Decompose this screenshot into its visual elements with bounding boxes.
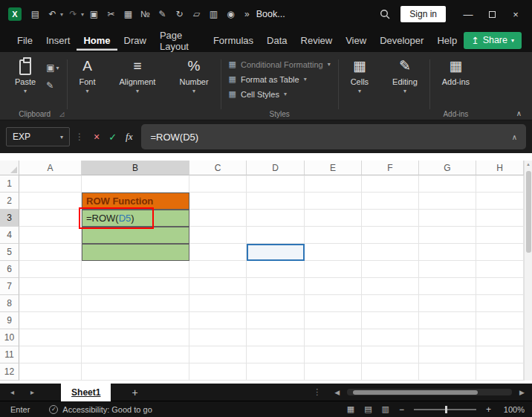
- cell-H12[interactable]: [476, 363, 524, 381]
- undo-icon[interactable]: ↶: [46, 9, 59, 19]
- cancel-icon[interactable]: ×: [94, 131, 100, 143]
- tab-review[interactable]: Review: [294, 30, 340, 51]
- editing-button[interactable]: ✎ Editing ▾: [388, 58, 422, 94]
- cell-G7[interactable]: [419, 278, 476, 295]
- maximize-button[interactable]: [480, 0, 504, 28]
- cell-G3[interactable]: [419, 210, 476, 227]
- row-header-1[interactable]: 1: [0, 175, 19, 193]
- cell-E6[interactable]: [305, 261, 362, 278]
- cell-A5[interactable]: [19, 244, 82, 261]
- cell-G2[interactable]: [419, 193, 476, 210]
- cell-B5[interactable]: [82, 244, 189, 261]
- paste-icon[interactable]: ▦: [122, 9, 134, 19]
- column-header-G[interactable]: G: [419, 161, 476, 175]
- cell-H9[interactable]: [476, 312, 524, 329]
- borders-icon[interactable]: ▥: [207, 9, 220, 19]
- row-header-9[interactable]: 9: [0, 312, 19, 329]
- cell-D7[interactable]: [247, 278, 305, 295]
- tab-insert[interactable]: Insert: [39, 30, 77, 51]
- sheet-tab-sheet1[interactable]: Sheet1: [61, 384, 111, 401]
- cell-F8[interactable]: [362, 295, 419, 312]
- zoom-slider[interactable]: [414, 409, 476, 410]
- cell-E2[interactable]: [305, 193, 362, 210]
- normal-view-icon[interactable]: ▦: [347, 404, 354, 414]
- font-button[interactable]: A Font ▾: [75, 58, 100, 94]
- cell-F10[interactable]: [362, 329, 419, 346]
- zoom-level[interactable]: 100%: [501, 405, 525, 414]
- cell-A11[interactable]: [19, 346, 82, 363]
- cell-A9[interactable]: [19, 312, 82, 329]
- share-button[interactable]: ↥ Share ▾: [464, 32, 522, 49]
- cell-G4[interactable]: [419, 227, 476, 244]
- cell-H1[interactable]: [476, 175, 524, 193]
- collapse-ribbon-icon[interactable]: ∧: [516, 109, 522, 117]
- redo-caret-icon[interactable]: ▾: [81, 11, 84, 18]
- cell-B12[interactable]: [82, 363, 189, 381]
- camera-icon[interactable]: ◉: [224, 9, 237, 19]
- cell-A3[interactable]: [19, 210, 82, 227]
- row-header-8[interactable]: 8: [0, 295, 19, 312]
- cut-icon[interactable]: ✂: [105, 9, 117, 19]
- cell-F7[interactable]: [362, 278, 419, 295]
- cell-B7[interactable]: [82, 278, 189, 295]
- row-header-7[interactable]: 7: [0, 278, 19, 295]
- cell-E9[interactable]: [305, 312, 362, 329]
- alignment-button[interactable]: ≡ Alignment ▾: [115, 58, 160, 94]
- vertical-scrollbar[interactable]: ▴: [524, 161, 532, 381]
- cell-A8[interactable]: [19, 295, 82, 312]
- addins-button[interactable]: ▦ Add-ins: [438, 58, 474, 86]
- cell-C2[interactable]: [189, 193, 247, 210]
- search-icon[interactable]: [380, 9, 390, 19]
- cell-H4[interactable]: [476, 227, 524, 244]
- cell-F3[interactable]: [362, 210, 419, 227]
- format-painter-icon[interactable]: ✎: [156, 9, 169, 19]
- column-header-H[interactable]: H: [476, 161, 524, 175]
- cell-B2[interactable]: ROW Function: [82, 193, 189, 210]
- cell-G6[interactable]: [419, 261, 476, 278]
- add-sheet-button[interactable]: +: [132, 387, 137, 398]
- undo-caret-icon[interactable]: ▾: [60, 11, 63, 18]
- scroll-left-icon[interactable]: ◀: [334, 389, 340, 396]
- select-all-corner[interactable]: [0, 161, 19, 175]
- cell-E10[interactable]: [305, 329, 362, 346]
- cell-D2[interactable]: [247, 193, 305, 210]
- cell-B3[interactable]: =ROW(D5): [82, 210, 189, 227]
- cell-C6[interactable]: [189, 261, 247, 278]
- row-header-10[interactable]: 10: [0, 329, 19, 346]
- cell-E1[interactable]: [305, 175, 362, 193]
- refresh-icon[interactable]: ↻: [173, 9, 186, 19]
- cell-D9[interactable]: [247, 312, 305, 329]
- cell-C7[interactable]: [189, 278, 247, 295]
- drag-handle-icon[interactable]: ⋮: [75, 132, 84, 142]
- number-button[interactable]: % Number ▾: [175, 58, 213, 94]
- cell-E12[interactable]: [305, 363, 362, 381]
- cell-D5[interactable]: [247, 244, 305, 261]
- cell-G12[interactable]: [419, 363, 476, 381]
- horizontal-scrollbar-thumb[interactable]: [353, 390, 478, 395]
- column-header-E[interactable]: E: [305, 161, 362, 175]
- chevron-down-icon[interactable]: ▾: [60, 134, 63, 140]
- cell-D8[interactable]: [247, 295, 305, 312]
- cell-A4[interactable]: [19, 227, 82, 244]
- next-sheet-icon[interactable]: ▸: [30, 388, 34, 396]
- cell-G8[interactable]: [419, 295, 476, 312]
- cell-A12[interactable]: [19, 363, 82, 381]
- cell-F1[interactable]: [362, 175, 419, 193]
- cell-G1[interactable]: [419, 175, 476, 193]
- cell-G11[interactable]: [419, 346, 476, 363]
- cell-A6[interactable]: [19, 261, 82, 278]
- cell-F9[interactable]: [362, 312, 419, 329]
- cell-C3[interactable]: [189, 210, 247, 227]
- column-header-D[interactable]: D: [247, 161, 305, 175]
- row-header-6[interactable]: 6: [0, 261, 19, 278]
- page-break-view-icon[interactable]: ▥: [382, 404, 389, 414]
- cell-G9[interactable]: [419, 312, 476, 329]
- tab-home[interactable]: Home: [77, 30, 117, 51]
- cell-D6[interactable]: [247, 261, 305, 278]
- tab-developer[interactable]: Developer: [373, 30, 430, 51]
- insert-function-icon[interactable]: fx: [126, 131, 132, 143]
- paste-button[interactable]: Paste ▾: [10, 58, 40, 94]
- cell-H2[interactable]: [476, 193, 524, 210]
- cell-F2[interactable]: [362, 193, 419, 210]
- cell-F11[interactable]: [362, 346, 419, 363]
